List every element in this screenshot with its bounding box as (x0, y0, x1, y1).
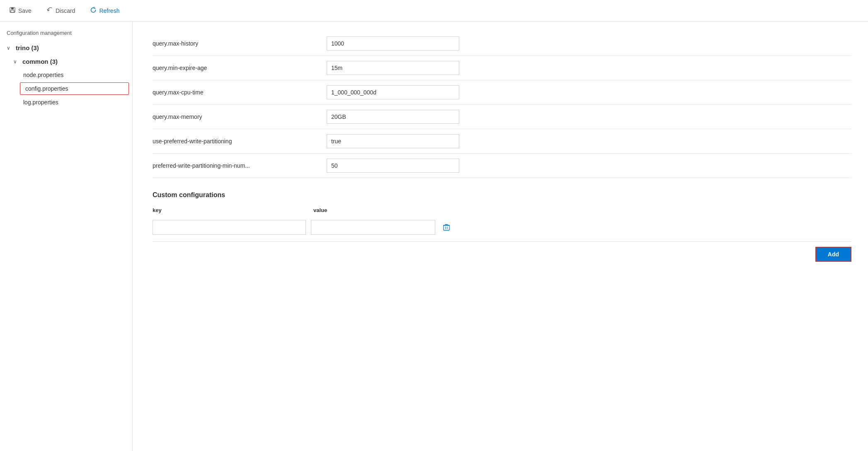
main-layout: Configuration management ∨ trino (3) ∨ c… (0, 22, 868, 451)
config-rows-container: query.max-historyquery.min-expire-ageque… (153, 31, 851, 178)
config-value-input-1[interactable] (327, 61, 459, 75)
svg-rect-1 (11, 7, 14, 10)
toolbar: Save Discard Refresh (0, 0, 868, 22)
config-value-input-0[interactable] (327, 36, 459, 51)
discard-button[interactable]: Discard (44, 5, 78, 17)
custom-value-input-0[interactable] (311, 220, 435, 235)
config-key-4: use-preferred-write-partitioning (153, 138, 327, 145)
tree-item-config-properties[interactable]: config.properties (20, 82, 129, 95)
chevron-down-icon: ∨ (7, 45, 13, 51)
custom-rows-container (153, 220, 851, 235)
tree-label-node-properties: node.properties (23, 72, 63, 78)
save-icon (9, 7, 16, 15)
config-value-input-2[interactable] (327, 85, 459, 99)
col-value-header: value (310, 207, 851, 213)
custom-config-title: Custom configurations (153, 191, 851, 199)
tree-item-node-properties[interactable]: node.properties (0, 68, 132, 82)
discard-label: Discard (56, 7, 75, 14)
sidebar-title: Configuration management (0, 27, 132, 41)
config-value-input-4[interactable] (327, 134, 459, 148)
config-key-1: query.min-expire-age (153, 65, 327, 71)
custom-config-headers: key value (153, 207, 851, 215)
sidebar: Configuration management ∨ trino (3) ∨ c… (0, 22, 133, 451)
tree-item-trino[interactable]: ∨ trino (3) (0, 41, 132, 55)
config-row: preferred-write-partitioning-min-num... (153, 154, 851, 178)
tree-label-log-properties: log.properties (23, 99, 58, 106)
custom-row (153, 220, 851, 235)
refresh-icon (90, 7, 97, 15)
tree-label-trino: trino (3) (16, 44, 39, 51)
add-btn-row: Add (153, 241, 851, 262)
svg-rect-3 (444, 225, 449, 230)
content-area: query.max-historyquery.min-expire-ageque… (133, 22, 868, 451)
refresh-button[interactable]: Refresh (87, 5, 122, 17)
config-row: query.max-memory (153, 105, 851, 129)
config-key-0: query.max-history (153, 40, 327, 47)
tree-item-common[interactable]: ∨ common (3) (0, 55, 132, 68)
custom-key-input-0[interactable] (153, 220, 306, 235)
svg-rect-2 (11, 10, 14, 12)
config-row: use-preferred-write-partitioning (153, 129, 851, 154)
discard-icon (46, 7, 53, 15)
config-row: query.max-history (153, 31, 851, 56)
add-button[interactable]: Add (815, 247, 851, 262)
config-value-input-5[interactable] (327, 159, 459, 173)
config-value-input-3[interactable] (327, 110, 459, 124)
save-label: Save (18, 7, 32, 14)
delete-row-button-0[interactable] (440, 223, 453, 232)
save-button[interactable]: Save (7, 5, 34, 17)
config-key-2: query.max-cpu-time (153, 89, 327, 96)
config-row: query.min-expire-age (153, 56, 851, 80)
config-row: query.max-cpu-time (153, 80, 851, 105)
tree-item-log-properties[interactable]: log.properties (0, 96, 132, 109)
refresh-label: Refresh (99, 7, 119, 14)
col-key-header: key (153, 207, 310, 213)
tree-label-config-properties: config.properties (25, 85, 68, 92)
tree-label-common: common (3) (22, 58, 58, 65)
chevron-down-icon-common: ∨ (13, 59, 20, 65)
config-key-3: query.max-memory (153, 113, 327, 120)
config-key-5: preferred-write-partitioning-min-num... (153, 162, 327, 169)
custom-config-section: Custom configurations key value Add (153, 191, 851, 262)
